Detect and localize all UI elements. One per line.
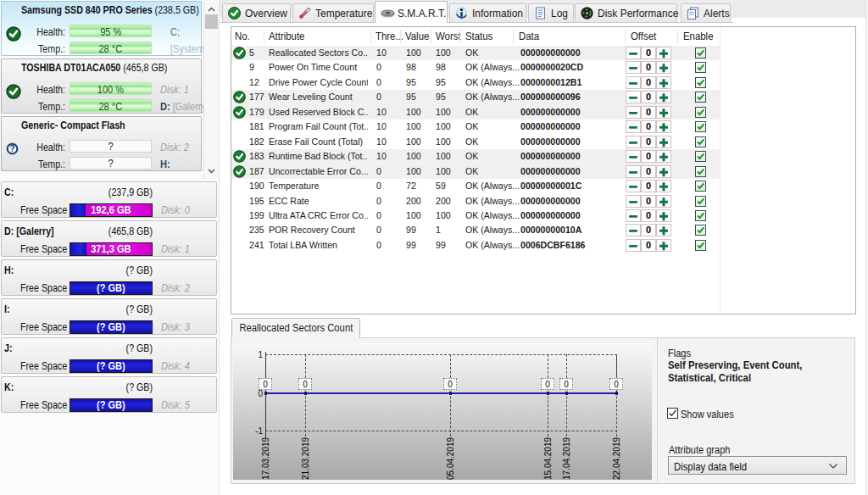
svg-text:?: ? [9,143,15,153]
